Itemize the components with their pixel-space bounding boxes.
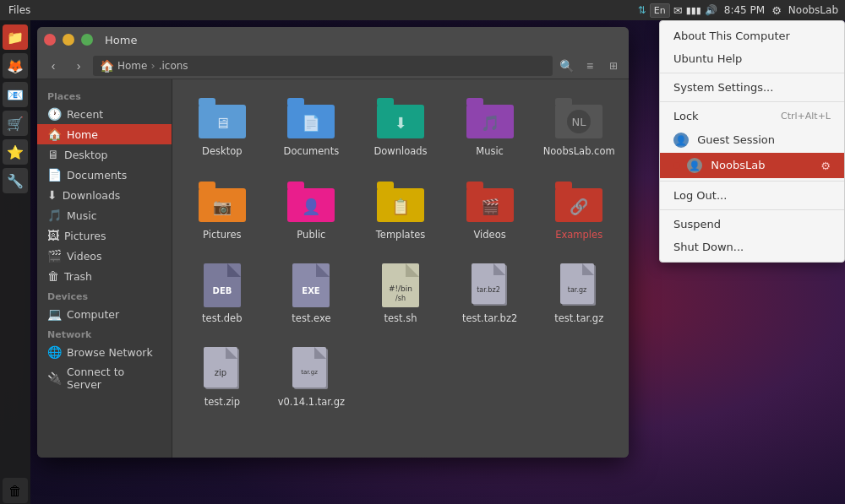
file-item-test-sh[interactable]: #!/bin /sh test.sh [359, 255, 442, 332]
forward-button[interactable]: › [68, 56, 90, 76]
menu-separator-4 [660, 209, 844, 210]
sidebar-item-documents[interactable]: 📄 Documents [37, 165, 172, 185]
file-item-test-zip[interactable]: zip test.zip [181, 339, 264, 415]
file-item-test-exe[interactable]: EXE test.exe [270, 255, 353, 332]
guest-session-user-icon: 👤 [673, 133, 689, 148]
sidebar-item-computer[interactable]: 💻 Computer [37, 304, 172, 324]
menu-system-settings[interactable]: System Settings... [660, 76, 844, 99]
dock-trash[interactable]: 🗑 [3, 478, 28, 503]
menu-logout[interactable]: Log Out... [660, 184, 844, 207]
breadcrumb-home[interactable]: 🏠 Home [100, 59, 147, 73]
file-item-public[interactable]: 👤 Public [270, 171, 353, 248]
noobslab-dot [673, 162, 680, 169]
noobslab-folder-icon: NL [555, 95, 602, 142]
file-item-music[interactable]: 🎵 Music [449, 88, 532, 165]
back-button[interactable]: ‹ [42, 56, 64, 76]
sidebar-item-downloads[interactable]: ⬇ Downloads [37, 185, 172, 205]
topbar: Files ⇅ En ✉ ▮▮▮ 🔊 8:45 PM ⚙ NoobsLab [0, 0, 845, 20]
sidebar-pictures-label: Pictures [64, 230, 106, 242]
sidebar-item-videos[interactable]: 🎬 Videos [37, 246, 172, 266]
file-item-v0141targz[interactable]: tar.gz v0.14.1.tar.gz [270, 339, 353, 415]
topbar-user[interactable]: NoobsLab [785, 4, 842, 16]
desktop-folder-icon: 🖥 [199, 95, 246, 142]
topbar-gear-icon[interactable]: ⚙ [771, 4, 782, 17]
svg-text:🖥: 🖥 [215, 114, 230, 132]
sidebar-item-connect-server[interactable]: 🔌 Connect to Server [37, 362, 172, 394]
sidebar-item-desktop[interactable]: 🖥 Desktop [37, 144, 172, 165]
sidebar-music-label: Music [67, 209, 97, 222]
downloads-folder-icon: ⬇ [377, 95, 424, 142]
sidebar-item-pictures[interactable]: 🖼 Pictures [37, 225, 172, 246]
file-item-documents[interactable]: 📄 Documents [270, 88, 353, 165]
pictures-folder-icon: 📷 [199, 178, 246, 225]
svg-text:👤: 👤 [302, 198, 321, 216]
battery-icon: ▮▮▮ [686, 5, 701, 16]
svg-text:/sh: /sh [395, 295, 406, 302]
svg-text:tar.gz: tar.gz [302, 369, 319, 376]
svg-text:🔗: 🔗 [570, 198, 589, 216]
sidebar-item-trash[interactable]: 🗑 Trash [37, 266, 172, 286]
home-icon: 🏠 [100, 59, 114, 73]
sidebar-item-browse-network[interactable]: 🌐 Browse Network [37, 342, 172, 362]
svg-text:📄: 📄 [302, 114, 321, 133]
desktop-label: Desktop [202, 145, 242, 158]
svg-rect-10 [466, 98, 483, 106]
downloads-sidebar-icon: ⬇ [47, 188, 57, 202]
svg-rect-54 [292, 347, 326, 387]
file-item-test-tarbz2[interactable]: tar.bz2 test.tar.bz2 [449, 255, 532, 332]
dock-mail[interactable]: 📧 [3, 82, 28, 107]
topbar-time: 8:45 PM [721, 4, 768, 16]
network-icon: ⇅ [638, 4, 646, 16]
examples-label: Examples [555, 229, 602, 241]
dock-settings[interactable]: ⭐ [3, 139, 28, 165]
pictures-sidebar-icon: 🖼 [47, 229, 59, 242]
sidebar-item-music[interactable]: 🎵 Music [37, 205, 172, 225]
svg-text:NL: NL [572, 116, 587, 128]
menu-noobslab-user[interactable]: 👤 NoobsLab ⚙ [660, 153, 844, 178]
application-dock: 📁 🦊 📧 🛒 ⭐ 🔧 🗑 [0, 20, 30, 504]
close-button[interactable] [44, 34, 56, 46]
file-item-downloads[interactable]: ⬇ Downloads [359, 88, 442, 165]
svg-text:🎬: 🎬 [481, 198, 500, 216]
menu-lock[interactable]: Lock Ctrl+Alt+L [660, 105, 844, 127]
file-item-examples[interactable]: 🔗 Examples [537, 171, 620, 248]
file-item-test-deb[interactable]: DEB test.deb [181, 255, 264, 332]
dock-firefox[interactable]: 🦊 [3, 53, 28, 79]
menu-button[interactable]: ≡ [580, 56, 600, 76]
file-item-videos[interactable]: 🎬 Videos [449, 171, 532, 248]
minimize-button[interactable] [63, 34, 74, 46]
file-item-templates[interactable]: 📋 Templates [359, 171, 442, 248]
dock-store[interactable]: 🛒 [3, 111, 28, 136]
file-item-desktop[interactable]: 🖥 Desktop [181, 88, 264, 165]
breadcrumb-icons[interactable]: .icons [159, 60, 188, 72]
public-label: Public [297, 229, 325, 241]
test-exe-label: test.exe [292, 312, 330, 325]
public-folder-icon: 👤 [287, 178, 335, 225]
sidebar-item-recent[interactable]: 🕐 Recent [37, 104, 172, 124]
menu-shutdown[interactable]: Shut Down... [660, 236, 844, 258]
menu-about-computer[interactable]: About This Computer [660, 24, 844, 47]
noobslab-settings-icon: ⚙ [820, 160, 831, 172]
view-toggle-button[interactable]: ⊞ [603, 56, 624, 76]
dock-extra[interactable]: 🔧 [3, 168, 28, 193]
sidebar-item-home[interactable]: 🏠 Home [37, 124, 172, 144]
deb-file-icon: DEB [199, 262, 246, 309]
main-area: Places 🕐 Recent 🏠 Home 🖥 Desktop 📄 Docum… [37, 79, 629, 458]
sidebar-computer-label: Computer [67, 308, 119, 321]
menu-ubuntu-help[interactable]: Ubuntu Help [660, 47, 844, 70]
search-button[interactable]: 🔍 [556, 56, 576, 76]
menu-suspend[interactable]: Suspend [660, 213, 844, 236]
file-item-pictures[interactable]: 📷 Pictures [181, 171, 264, 248]
sidebar: Places 🕐 Recent 🏠 Home 🖥 Desktop 📄 Docum… [37, 79, 172, 458]
menu-guest-session[interactable]: 👤 Guest Session [660, 127, 844, 153]
breadcrumb-home-label: Home [117, 60, 147, 72]
svg-rect-42 [472, 263, 505, 304]
svg-rect-4 [287, 98, 304, 106]
file-item-noobslab[interactable]: NL NoobsLab.com [537, 88, 620, 165]
maximize-button[interactable] [81, 34, 93, 46]
file-item-test-targz[interactable]: tar.gz test.tar.gz [537, 255, 620, 332]
topbar-app-name[interactable]: Files [3, 4, 35, 16]
toolbar: ‹ › 🏠 Home › .icons 🔍 ≡ ⊞ [37, 52, 629, 79]
keyboard-indicator[interactable]: En [650, 3, 670, 18]
dock-files[interactable]: 📁 [3, 24, 28, 50]
